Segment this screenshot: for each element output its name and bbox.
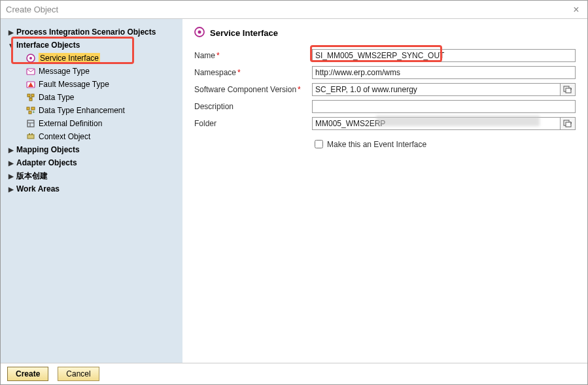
- chevron-right-icon: ▶: [7, 186, 15, 193]
- value-help-button[interactable]: [560, 117, 576, 130]
- service-interface-icon: [26, 53, 36, 63]
- tree-label: Message Type: [39, 67, 90, 76]
- description-label: Description: [194, 102, 312, 111]
- value-help-button[interactable]: [560, 83, 576, 96]
- form-row-namespace: Namespace*: [194, 65, 576, 80]
- form-row-scv: Software Component Version*: [194, 82, 576, 97]
- close-icon[interactable]: ×: [570, 4, 582, 16]
- tree-label: 版本创建: [16, 171, 48, 182]
- tree-version-create[interactable]: ▶ 版本创建: [5, 169, 179, 182]
- external-definition-icon: [26, 118, 36, 129]
- name-input[interactable]: [312, 49, 576, 62]
- form-row-name: Name*: [194, 48, 576, 63]
- section-header: Service Interface: [194, 27, 576, 39]
- svg-rect-23: [566, 88, 571, 93]
- tree-service-interface[interactable]: Service Interface: [5, 52, 179, 65]
- content-area: ▶ Process Integration Scenario Objects ▼…: [1, 19, 587, 363]
- tree-label: Fault Message Type: [39, 80, 109, 89]
- svg-point-1: [29, 57, 32, 59]
- event-interface-label: Make this an Event Interface: [327, 140, 426, 149]
- tree-data-type[interactable]: Data Type: [5, 91, 179, 104]
- tree-work-areas[interactable]: ▶ Work Areas: [5, 182, 179, 195]
- tree-label: External Definition: [39, 119, 102, 128]
- event-interface-checkbox[interactable]: [315, 140, 323, 148]
- section-title: Service Interface: [210, 28, 278, 38]
- svg-rect-18: [29, 133, 30, 135]
- chevron-right-icon: ▶: [7, 173, 15, 180]
- svg-rect-19: [31, 133, 33, 135]
- svg-point-21: [198, 31, 201, 34]
- tree-label: Adapter Objects: [16, 158, 77, 167]
- tree-label: Mapping Objects: [16, 145, 80, 154]
- svg-rect-6: [31, 94, 34, 97]
- main-panel: Service Interface Name* Namespace* Softw…: [182, 19, 587, 363]
- service-interface-icon: [194, 27, 206, 39]
- description-input[interactable]: [312, 100, 576, 113]
- svg-rect-14: [27, 120, 34, 127]
- svg-rect-10: [27, 107, 29, 110]
- svg-rect-25: [566, 122, 571, 127]
- tree-label: Context Object: [39, 132, 90, 141]
- tree-message-type[interactable]: Message Type: [5, 65, 179, 78]
- tree-interface-objects[interactable]: ▼ Interface Objects: [5, 39, 179, 52]
- svg-rect-5: [27, 94, 30, 97]
- scv-label: Software Component Version*: [194, 85, 312, 94]
- title-bar: Create Object ×: [1, 1, 587, 19]
- namespace-input[interactable]: [312, 66, 576, 79]
- data-type-icon: [26, 92, 36, 103]
- svg-text:+: +: [32, 109, 35, 115]
- svg-rect-17: [27, 135, 34, 139]
- data-type-enhancement-icon: +: [26, 105, 36, 116]
- tree-label: Interface Objects: [16, 41, 80, 50]
- tree-external-definition[interactable]: External Definition: [5, 117, 179, 130]
- cancel-button[interactable]: Cancel: [58, 367, 99, 381]
- scv-input[interactable]: [312, 83, 560, 96]
- sidebar: ▶ Process Integration Scenario Objects ▼…: [1, 19, 182, 363]
- tree-label: Service Interface: [39, 53, 100, 63]
- chevron-right-icon: ▶: [7, 159, 15, 167]
- tree-fault-message-type[interactable]: Fault Message Type: [5, 78, 179, 91]
- create-button[interactable]: Create: [7, 367, 48, 381]
- folder-label: Folder: [194, 119, 312, 128]
- window-title: Create Object: [6, 5, 570, 14]
- tree-data-type-enhancement[interactable]: + Data Type Enhancement: [5, 104, 179, 117]
- form-row-description: Description: [194, 99, 576, 114]
- message-type-icon: [26, 66, 36, 76]
- chevron-down-icon: ▼: [7, 42, 15, 49]
- name-label: Name*: [194, 51, 312, 60]
- button-bar: Create Cancel: [1, 363, 587, 384]
- form-row-folder: Folder: [194, 116, 576, 131]
- folder-input[interactable]: [312, 117, 560, 130]
- tree-context-object[interactable]: Context Object: [5, 130, 179, 143]
- event-interface-row: Make this an Event Interface: [312, 138, 576, 150]
- tree-label: Work Areas: [16, 184, 60, 193]
- context-object-icon: [26, 131, 36, 142]
- chevron-right-icon: ▶: [7, 29, 15, 36]
- svg-rect-7: [29, 98, 32, 101]
- chevron-right-icon: ▶: [7, 146, 15, 154]
- svg-rect-12: [29, 111, 31, 114]
- create-object-window: Create Object × ▶ Process Integration Sc…: [0, 0, 588, 385]
- tree-label: Data Type: [39, 93, 74, 102]
- tree-label: Data Type Enhancement: [39, 106, 125, 115]
- tree-mapping-objects[interactable]: ▶ Mapping Objects: [5, 143, 179, 156]
- tree-process-integration[interactable]: ▶ Process Integration Scenario Objects: [5, 25, 179, 39]
- tree-label: Process Integration Scenario Objects: [16, 27, 156, 37]
- fault-message-type-icon: [26, 79, 36, 90]
- tree-adapter-objects[interactable]: ▶ Adapter Objects: [5, 156, 179, 169]
- namespace-label: Namespace*: [194, 68, 312, 77]
